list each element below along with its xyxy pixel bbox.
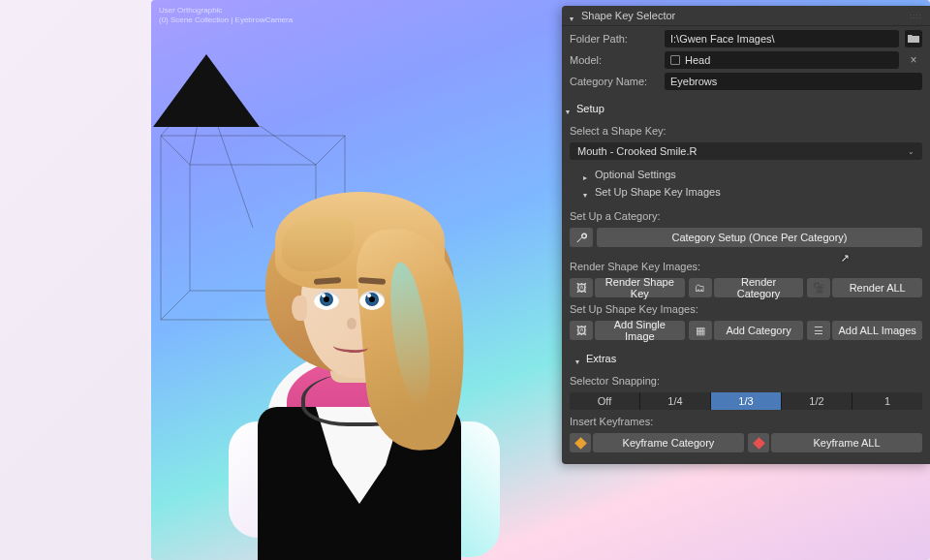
setup-section-header[interactable]: Setup [562, 98, 930, 119]
snap-option-1[interactable]: 1 [852, 392, 922, 410]
model-input[interactable]: Head [665, 51, 899, 69]
render-images-hint: Render Shape Key Images: [570, 259, 922, 278]
images-icon: 🗂 [695, 282, 705, 294]
image-icon: 🖼 [576, 325, 587, 336]
viewport-3d[interactable]: User Orthographic (0) Scene Collection |… [151, 0, 930, 560]
add-all-images-icon[interactable]: ☰ [807, 321, 830, 340]
insert-keyframes-hint: Insert Keyframes: [570, 414, 922, 433]
setup-shape-key-images-toggle[interactable]: Set Up Shape Key Images [570, 183, 922, 201]
chevron-down-icon [575, 355, 583, 362]
chevron-right-icon [583, 171, 591, 178]
model-label: Model: [570, 54, 659, 66]
camera-icon: 🎥 [812, 282, 825, 295]
list-icon: ☰ [814, 325, 823, 337]
folder-path-input[interactable]: I:\Gwen Face Images\ [665, 30, 899, 47]
selector-snapping-hint: Selector Snapping: [570, 373, 922, 392]
chevron-down-icon [570, 12, 577, 19]
render-category-button[interactable]: Render Category [714, 278, 804, 297]
select-shape-key-hint: Select a Shape Key: [570, 123, 922, 142]
category-setup-button[interactable]: Category Setup (Once Per Category) [597, 228, 922, 247]
browse-folder-button[interactable] [905, 30, 922, 47]
character-model [190, 87, 529, 560]
category-setup-icon-button[interactable] [570, 228, 593, 247]
chevron-down-icon [566, 105, 574, 112]
setup-category-hint: Set Up a Category: [570, 208, 922, 228]
render-all-icon[interactable]: 🎥 [807, 278, 830, 297]
add-category-button[interactable]: Add Category [714, 321, 804, 340]
chevron-down-icon [583, 188, 591, 196]
snap-option-Off[interactable]: Off [570, 392, 639, 410]
snap-option-1-4[interactable]: 1/4 [639, 392, 710, 410]
viewport-overlay-text: User Orthographic (0) Scene Collection |… [159, 6, 293, 26]
drag-handle-icon[interactable]: :::: [910, 12, 922, 20]
render-shape-key-button[interactable]: Render Shape Key [595, 278, 685, 297]
add-single-image-icon[interactable]: 🖼 [570, 321, 593, 340]
keyframe-category-icon[interactable] [570, 433, 591, 452]
add-all-images-button[interactable]: Add ALL Images [832, 321, 922, 340]
render-all-button[interactable]: Render ALL [832, 278, 922, 297]
snap-option-1-2[interactable]: 1/2 [781, 392, 852, 410]
image-icon: 🖼 [576, 282, 587, 294]
render-shape-key-icon[interactable]: 🖼 [570, 278, 593, 297]
chevron-down-icon: ⌄ [908, 147, 914, 156]
category-name-label: Category Name: [570, 76, 659, 87]
grid-icon: ▦ [696, 325, 705, 337]
diamond-orange-icon [574, 437, 587, 450]
panel-title: Shape Key Selector [581, 10, 675, 21]
snapping-segmented-control: Off1/41/31/21 [570, 392, 922, 410]
render-category-icon[interactable]: 🗂 [689, 278, 712, 297]
snap-option-1-3[interactable]: 1/3 [710, 392, 781, 410]
wrench-icon [575, 232, 587, 243]
add-single-image-button[interactable]: Add Single Image [595, 321, 685, 340]
add-category-icon[interactable]: ▦ [689, 321, 712, 340]
panel-header[interactable]: Shape Key Selector :::: [562, 6, 930, 26]
shape-key-selector-panel: Shape Key Selector :::: Folder Path: I:\… [562, 6, 930, 464]
object-icon [670, 55, 680, 65]
diamond-red-icon [753, 437, 765, 450]
svg-line-10 [161, 291, 190, 320]
shape-key-dropdown[interactable]: Mouth - Crooked Smile.R ⌄ [570, 142, 922, 160]
folder-icon [908, 34, 919, 44]
clear-model-button[interactable]: × [905, 51, 922, 69]
extras-section-header[interactable]: Extras [562, 348, 930, 369]
folder-path-label: Folder Path: [570, 33, 659, 45]
setup-images-hint: Set Up Shape Key Images: [570, 301, 922, 321]
category-name-input[interactable]: Eyebrows [665, 73, 922, 90]
keyframe-category-button[interactable]: Keyframe Category [593, 433, 744, 452]
keyframe-all-button[interactable]: Keyframe ALL [771, 433, 922, 452]
svg-line-8 [161, 136, 190, 165]
optional-settings-toggle[interactable]: Optional Settings [570, 166, 922, 183]
keyframe-all-icon[interactable] [748, 433, 769, 452]
